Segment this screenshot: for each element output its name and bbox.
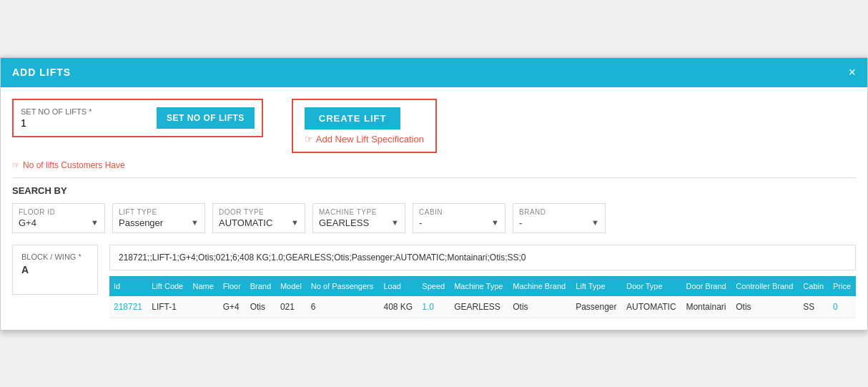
cell-floor: G+4 (219, 296, 246, 318)
col-lift-type: Lift Type (571, 276, 622, 296)
machine-type-label: MACHINE TYPE (319, 208, 399, 216)
brand-arrow-icon: ▼ (591, 218, 599, 227)
floor-id-label: FLOOR ID (19, 208, 99, 216)
top-section: SET NO OF LIFTS * SET NO OF LIFTS CREATE… (12, 99, 856, 153)
cell-price: 0 (829, 296, 856, 318)
add-lifts-modal: ADD LIFTS × SET NO OF LIFTS * SET NO OF … (0, 57, 868, 330)
no-lifts-note: ☞ No of lifts Customers Have (12, 160, 856, 170)
cell-model: 021 (276, 296, 307, 318)
door-type-value: AUTOMATIC (219, 217, 272, 228)
machine-type-arrow-icon: ▼ (391, 218, 399, 227)
col-door-type: Door Type (622, 276, 681, 296)
door-type-select-row: AUTOMATIC ▼ (219, 217, 299, 228)
cell-cabin: SS (799, 296, 829, 318)
col-machine-type: Machine Type (450, 276, 508, 296)
brand-select-row: - ▼ (519, 217, 599, 228)
col-floor: Floor (219, 276, 246, 296)
brand-label: BRAND (519, 208, 599, 216)
set-no-label: SET NO OF LIFTS * (21, 107, 149, 116)
set-no-lifts-button[interactable]: SET NO OF LIFTS (157, 107, 255, 129)
lift-type-select-row: Passenger ▼ (119, 217, 199, 228)
floor-id-select-row: G+4 ▼ (19, 217, 99, 228)
cell-lift-code: LIFT-1 (147, 296, 188, 318)
cell-machine-brand: Otis (508, 296, 571, 318)
hand-icon: ☞ (305, 134, 313, 144)
cabin-select-row: - ▼ (419, 217, 499, 228)
door-type-filter[interactable]: DOOR TYPE AUTOMATIC ▼ (212, 203, 305, 233)
lift-type-label: LIFT TYPE (119, 208, 199, 216)
door-type-arrow-icon: ▼ (291, 218, 299, 227)
block-wing-box: BLOCK / WING * A (12, 245, 98, 295)
create-lift-box: CREATE LIFT ☞ Add New Lift Specification (292, 99, 437, 153)
main-section: BLOCK / WING * A 218721;;LIFT-1;G+4;Otis… (12, 245, 856, 318)
close-button[interactable]: × (848, 65, 856, 80)
floor-id-value: G+4 (19, 217, 36, 228)
hand-icon-note: ☞ (12, 160, 20, 170)
cell-lift-type: Passenger (571, 296, 622, 318)
door-type-label: DOOR TYPE (219, 208, 299, 216)
col-load: Load (379, 276, 418, 296)
cabin-label: CABIN (419, 208, 499, 216)
set-no-lifts-box: SET NO OF LIFTS * SET NO OF LIFTS (12, 99, 263, 137)
cell-name (188, 296, 218, 318)
block-wing-value: A (21, 264, 89, 275)
cell-door-brand: Montainari (681, 296, 731, 318)
divider (12, 177, 856, 178)
lift-id-link[interactable]: 218721 (114, 302, 142, 312)
col-speed: Speed (418, 276, 450, 296)
col-name: Name (188, 276, 218, 296)
search-by-label: SEARCH BY (12, 185, 856, 196)
machine-type-filter[interactable]: MACHINE TYPE GEARLESS ▼ (312, 203, 405, 233)
col-price: Price (829, 276, 856, 296)
col-id: Id (109, 276, 147, 296)
col-no-passengers: No of Passengers (307, 276, 380, 296)
create-lift-button[interactable]: CREATE LIFT (305, 107, 401, 129)
table-row: 218721 LIFT-1 G+4 Otis 021 6 408 KG 1.0 … (109, 296, 856, 318)
col-model: Model (276, 276, 307, 296)
col-lift-code: Lift Code (147, 276, 188, 296)
cell-speed: 1.0 (418, 296, 450, 318)
cell-door-type: AUTOMATIC (622, 296, 681, 318)
machine-type-value: GEARLESS (319, 217, 369, 228)
modal-title: ADD LIFTS (12, 67, 71, 78)
brand-filter[interactable]: BRAND - ▼ (513, 203, 606, 233)
cell-id: 218721 (109, 296, 147, 318)
cabin-arrow-icon: ▼ (491, 218, 499, 227)
col-controller-brand: Controller Brand (731, 276, 799, 296)
table-header: Id Lift Code Name Floor Brand Model No o… (109, 276, 856, 296)
table-container: Id Lift Code Name Floor Brand Model No o… (109, 276, 856, 318)
machine-type-select-row: GEARLESS ▼ (319, 217, 399, 228)
lift-type-arrow-icon: ▼ (191, 218, 199, 227)
lifts-table: Id Lift Code Name Floor Brand Model No o… (109, 276, 856, 318)
col-door-brand: Door Brand (681, 276, 731, 296)
cabin-value: - (419, 217, 422, 228)
set-no-input[interactable] (21, 117, 149, 129)
cell-brand: Otis (246, 296, 276, 318)
cell-no-passengers: 6 (307, 296, 380, 318)
floor-id-filter[interactable]: FLOOR ID G+4 ▼ (12, 203, 105, 233)
cell-controller-brand: Otis (731, 296, 799, 318)
cell-load: 408 KG (379, 296, 418, 318)
modal-body: SET NO OF LIFTS * SET NO OF LIFTS CREATE… (1, 87, 867, 330)
lift-info-box: 218721;;LIFT-1;G+4;Otis;021;6;408 KG;1.0… (109, 245, 856, 270)
lift-type-filter[interactable]: LIFT TYPE Passenger ▼ (112, 203, 205, 233)
cell-machine-type: GEARLESS (450, 296, 508, 318)
brand-value: - (519, 217, 522, 228)
block-wing-label: BLOCK / WING * (21, 253, 89, 261)
right-content: 218721;;LIFT-1;G+4;Otis;021;6;408 KG;1.0… (109, 245, 856, 318)
col-machine-brand: Machine Brand (508, 276, 571, 296)
filters-row: FLOOR ID G+4 ▼ LIFT TYPE Passenger ▼ DOO… (12, 203, 856, 233)
modal-header: ADD LIFTS × (1, 58, 867, 87)
floor-id-arrow-icon: ▼ (91, 218, 99, 227)
lift-type-value: Passenger (119, 217, 163, 228)
add-new-lift-link[interactable]: ☞ Add New Lift Specification (305, 134, 424, 144)
table-body: 218721 LIFT-1 G+4 Otis 021 6 408 KG 1.0 … (109, 296, 856, 318)
col-brand: Brand (246, 276, 276, 296)
cabin-filter[interactable]: CABIN - ▼ (413, 203, 505, 233)
set-no-input-group: SET NO OF LIFTS * (21, 107, 149, 129)
col-cabin: Cabin (799, 276, 829, 296)
